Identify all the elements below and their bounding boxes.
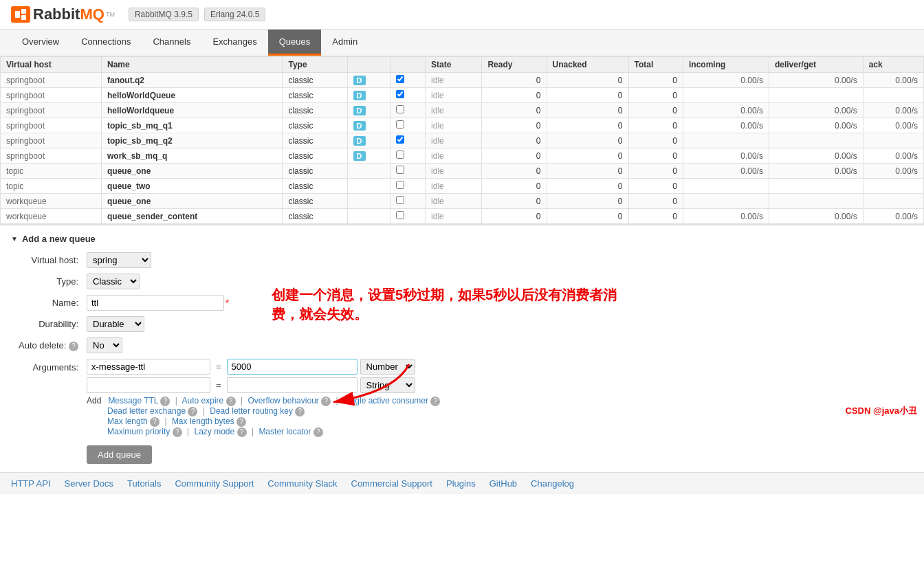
auto-delete-select[interactable]: No Yes bbox=[87, 337, 122, 353]
cell-name[interactable]: queue_sender_content bbox=[102, 209, 283, 224]
cell-total: 0 bbox=[628, 118, 683, 133]
auto-delete-label: Auto delete: ? bbox=[11, 340, 87, 351]
cell-check[interactable] bbox=[390, 209, 425, 224]
cell-check[interactable] bbox=[390, 118, 425, 133]
link-lazy-mode[interactable]: Lazy mode bbox=[195, 427, 235, 436]
table-row[interactable]: springboot topic_sb_mq_q1 classic D idle… bbox=[1, 118, 924, 133]
cell-deliver bbox=[769, 88, 863, 103]
type-select[interactable]: Classic Quorum bbox=[87, 274, 140, 289]
link-single-active-consumer[interactable]: Single active consumer bbox=[343, 396, 428, 405]
cell-name[interactable]: queue_one bbox=[102, 194, 283, 209]
footer: HTTP API Server Docs Tutorials Community… bbox=[0, 472, 924, 494]
cell-state: idle bbox=[426, 133, 482, 148]
cell-check[interactable] bbox=[390, 133, 425, 148]
footer-link-github[interactable]: GitHub bbox=[490, 478, 517, 489]
link-max-length[interactable]: Max length bbox=[107, 416, 148, 426]
cell-type: classic bbox=[283, 209, 347, 224]
name-input[interactable] bbox=[87, 295, 224, 311]
footer-link-commercial-support[interactable]: Commercial Support bbox=[351, 478, 433, 489]
cell-check[interactable] bbox=[390, 73, 425, 88]
cell-name[interactable]: work_sb_mq_q bbox=[102, 148, 283, 164]
link-maximum-priority[interactable]: Maximum priority bbox=[107, 427, 170, 436]
table-row[interactable]: springboot helloWorldqueue classic D idl… bbox=[1, 103, 924, 118]
footer-link-changelog[interactable]: Changelog bbox=[531, 478, 574, 489]
help-overflow-behaviour[interactable]: ? bbox=[321, 397, 331, 406]
cell-check[interactable] bbox=[390, 88, 425, 103]
table-row[interactable]: springboot fanout.q2 classic D idle 0 0 … bbox=[1, 73, 924, 88]
cell-check[interactable] bbox=[390, 194, 425, 209]
cell-name[interactable]: queue_one bbox=[102, 164, 283, 179]
table-row[interactable]: workqueue queue_sender_content classic i… bbox=[1, 209, 924, 224]
footer-link-http-api[interactable]: HTTP API bbox=[11, 478, 51, 489]
table-row[interactable]: springboot topic_sb_mq_q2 classic D idle… bbox=[1, 133, 924, 148]
link-master-locator[interactable]: Master locator bbox=[258, 427, 311, 436]
virtual-host-select[interactable]: spring / springboot topic workqueue bbox=[87, 252, 151, 268]
footer-link-tutorials[interactable]: Tutorials bbox=[127, 478, 161, 489]
cell-name[interactable]: fanout.q2 bbox=[102, 73, 283, 88]
type-label: Type: bbox=[11, 276, 87, 287]
cell-deliver bbox=[769, 179, 863, 194]
table-row[interactable]: workqueue queue_one classic idle 0 0 0 bbox=[1, 194, 924, 209]
cell-name[interactable]: topic_sb_mq_q1 bbox=[102, 118, 283, 133]
cell-name[interactable]: helloWorldQueue bbox=[102, 88, 283, 103]
nav-exchanges[interactable]: Exchanges bbox=[201, 30, 267, 56]
cell-check[interactable] bbox=[390, 179, 425, 194]
link-message-ttl[interactable]: Message TTL bbox=[108, 396, 158, 405]
footer-link-community-support[interactable]: Community Support bbox=[175, 478, 254, 489]
arg-key-input-1[interactable] bbox=[87, 359, 210, 375]
cell-name[interactable]: helloWorldqueue bbox=[102, 103, 283, 118]
cell-deliver: 0.00/s bbox=[769, 209, 863, 224]
nav-queues[interactable]: Queues bbox=[268, 30, 322, 56]
durability-select[interactable]: Durable Transient bbox=[87, 316, 144, 332]
cell-ack bbox=[863, 88, 923, 103]
add-queue-header[interactable]: ▼ Add a new queue bbox=[11, 234, 913, 244]
help-single-active-consumer[interactable]: ? bbox=[430, 397, 440, 406]
footer-link-server-docs[interactable]: Server Docs bbox=[65, 478, 114, 489]
arg-val-input-2[interactable] bbox=[227, 377, 358, 393]
help-master-locator[interactable]: ? bbox=[314, 427, 323, 437]
cell-ready: 0 bbox=[482, 148, 547, 164]
cell-unacked: 0 bbox=[547, 194, 628, 209]
add-queue-button[interactable]: Add queue bbox=[87, 445, 152, 464]
help-dead-letter-routing-key[interactable]: ? bbox=[295, 407, 305, 416]
help-maximum-priority[interactable]: ? bbox=[173, 427, 182, 437]
cell-badge bbox=[347, 209, 390, 224]
nav-admin[interactable]: Admin bbox=[321, 30, 368, 56]
footer-link-plugins[interactable]: Plugins bbox=[446, 478, 476, 489]
link-dead-letter-routing-key[interactable]: Dead letter routing key bbox=[210, 406, 293, 416]
arg-eq-2: = bbox=[213, 380, 224, 390]
link-max-length-bytes[interactable]: Max length bytes bbox=[172, 416, 234, 426]
table-row[interactable]: springboot work_sb_mq_q classic D idle 0… bbox=[1, 148, 924, 164]
table-row[interactable]: springboot helloWorldQueue classic D idl… bbox=[1, 88, 924, 103]
arg-type-select-1[interactable]: Number String Boolean bbox=[360, 359, 415, 375]
cell-total: 0 bbox=[628, 194, 683, 209]
help-auto-expire[interactable]: ? bbox=[226, 397, 236, 406]
arguments-inputs: = Number String Boolean = String Number bbox=[87, 359, 415, 393]
cell-type: classic bbox=[283, 103, 347, 118]
cell-check[interactable] bbox=[390, 103, 425, 118]
help-max-length-bytes[interactable]: ? bbox=[236, 417, 246, 427]
link-dead-letter-exchange[interactable]: Dead letter exchange bbox=[107, 406, 186, 416]
col-ready: Ready bbox=[482, 57, 547, 73]
link-auto-expire[interactable]: Auto expire bbox=[182, 396, 224, 405]
arg-key-input-2[interactable] bbox=[87, 377, 210, 393]
cell-vhost: springboot bbox=[1, 133, 102, 148]
footer-link-community-slack[interactable]: Community Slack bbox=[267, 478, 337, 489]
cell-name[interactable]: queue_two bbox=[102, 179, 283, 194]
table-row[interactable]: topic queue_two classic idle 0 0 0 bbox=[1, 179, 924, 194]
link-overflow-behaviour[interactable]: Overflow behaviour bbox=[248, 396, 318, 405]
nav-channels[interactable]: Channels bbox=[142, 30, 201, 56]
cell-name[interactable]: topic_sb_mq_q2 bbox=[102, 133, 283, 148]
nav-overview[interactable]: Overview bbox=[11, 30, 70, 56]
help-message-ttl[interactable]: ? bbox=[160, 397, 170, 406]
arg-type-select-2[interactable]: String Number Boolean bbox=[360, 377, 415, 393]
auto-delete-help[interactable]: ? bbox=[69, 342, 78, 351]
cell-check[interactable] bbox=[390, 164, 425, 179]
help-lazy-mode[interactable]: ? bbox=[237, 427, 247, 437]
help-dead-letter-exchange[interactable]: ? bbox=[188, 407, 197, 416]
help-max-length[interactable]: ? bbox=[150, 417, 160, 427]
nav-connections[interactable]: Connections bbox=[70, 30, 142, 56]
table-row[interactable]: topic queue_one classic idle 0 0 0 0.00/… bbox=[1, 164, 924, 179]
arg-val-input-1[interactable] bbox=[227, 359, 358, 375]
cell-check[interactable] bbox=[390, 148, 425, 164]
